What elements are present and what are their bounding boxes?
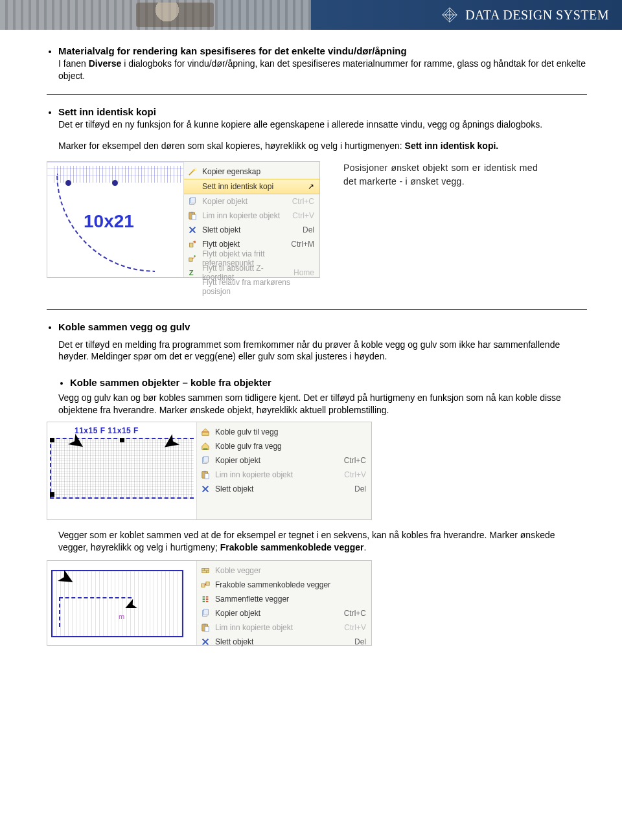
- context-menu-item: Lim inn kopierte objektCtrl+V: [197, 620, 371, 635]
- paste-icon: [200, 470, 211, 480]
- menu-item-label: Lim inn kopierte objekt: [215, 470, 335, 479]
- menu-item-label: Flytt objekt: [202, 240, 282, 249]
- cad-drawing: 11x15 F 11x15 F ➤ ➤: [47, 422, 197, 519]
- x-icon: [200, 637, 211, 647]
- door-size-label: 10x21: [84, 211, 134, 232]
- copy-icon: [200, 455, 211, 466]
- menu-item-shortcut: Ctrl+C: [287, 197, 314, 206]
- header-banner: DATA DESIGN SYSTEM: [0, 0, 622, 30]
- wall2-icon: [200, 580, 211, 590]
- context-menu-item[interactable]: Koble gulv til vegg: [197, 425, 371, 439]
- cad-drawing: 10x21: [47, 162, 184, 277]
- brand-text: DATA DESIGN SYSTEM: [465, 8, 609, 23]
- subsection: Koble sammen objekter – koble fra objekt…: [70, 377, 587, 388]
- context-menu[interactable]: Kopier egenskapSett inn identisk kopi↖Ko…: [184, 162, 319, 277]
- menu-item-label: Slett objekt: [215, 637, 345, 646]
- context-menu-item[interactable]: Frakoble sammenkoblede vegger: [197, 578, 371, 592]
- svg-rect-15: [203, 457, 208, 462]
- move-icon: [187, 239, 198, 249]
- menu-item-shortcut: Ctrl+V: [339, 470, 366, 479]
- svg-rect-11: [189, 258, 192, 261]
- svg-rect-8: [190, 211, 193, 213]
- cursor-icon: ↖: [308, 182, 314, 191]
- m-label: m: [119, 613, 124, 620]
- context-menu-item[interactable]: Slett objektDel: [184, 223, 319, 237]
- svg-rect-26: [205, 626, 209, 631]
- context-menu-item[interactable]: Koble gulv fra vegg: [197, 439, 371, 453]
- blank-icon: [187, 282, 198, 292]
- brand-logo-icon: [441, 6, 459, 24]
- context-menu-item[interactable]: Kopier egenskap: [184, 165, 319, 179]
- section-body: Marker for eksempel den døren som skal k…: [58, 140, 587, 152]
- x-icon: [200, 484, 211, 494]
- x-icon: [187, 225, 198, 235]
- section-body: Det er tilføyd en ny funksjon for å kunn…: [58, 119, 587, 131]
- context-menu[interactable]: Koble gulv til veggKoble gulv fra veggKo…: [197, 422, 371, 519]
- section-materialvalg: Materialvalg for rendering kan spesifise…: [58, 45, 587, 95]
- page-content: Materialvalg for rendering kan spesifise…: [0, 30, 622, 678]
- paste-icon: [200, 622, 211, 633]
- cad-drawing: ➤ ➤ m: [47, 561, 197, 645]
- text: i dialogboks for vindu/dør/åpning, kan d…: [58, 58, 586, 81]
- svg-point-4: [193, 168, 196, 171]
- figure-caption: Posisjoner ønsket objekt som er identisk…: [343, 161, 538, 188]
- menu-item-label: Koble vegger: [215, 566, 366, 575]
- subsection-title: Koble sammen objekter – koble fra objekt…: [70, 377, 587, 388]
- text-bold: Diverse: [89, 58, 122, 69]
- figure-row: 10x21 Kopier egenskapSett inn identisk k…: [47, 161, 587, 278]
- menu-item-shortcut: Ctrl+V: [287, 211, 314, 220]
- menu-item-shortcut: Del: [349, 637, 366, 646]
- text: I fanen: [58, 58, 89, 69]
- context-menu-item: Lim inn kopierte objektCtrl+V: [184, 209, 319, 223]
- context-menu-item[interactable]: Kopier objektCtrl+C: [197, 606, 371, 620]
- blank-icon: [187, 181, 198, 192]
- context-menu-item[interactable]: Kopier objektCtrl+C: [197, 453, 371, 468]
- handle-square: [50, 492, 54, 497]
- section-body: Det er tilføyd en melding fra programmet…: [58, 339, 587, 363]
- context-menu[interactable]: Koble veggerFrakoble sammenkoblede vegge…: [197, 561, 371, 645]
- context-menu-item: Koble vegger: [197, 563, 371, 578]
- figure-frakoble-vegger: ➤ ➤ m Koble veggerFrakoble sammenkoblede…: [47, 560, 372, 646]
- copy-icon: [187, 196, 198, 207]
- svg-rect-21: [206, 582, 209, 585]
- context-menu-item[interactable]: Slett objektDel: [197, 635, 371, 649]
- text-bold: Sett inn identisk kopi.: [405, 141, 499, 151]
- divider: [47, 309, 587, 310]
- house-icon: [200, 427, 211, 437]
- menu-item-label: Slett objekt: [202, 225, 294, 234]
- text-bold: Frakoble sammenkoblede vegger: [220, 542, 364, 552]
- figure-identisk-kopi: 10x21 Kopier egenskapSett inn identisk k…: [47, 161, 320, 278]
- menu-item-label: Kopier egenskap: [202, 167, 314, 176]
- svg-rect-6: [190, 197, 195, 203]
- menu-item-label: Kopier objekt: [215, 456, 335, 465]
- menu-item-label: Sammenflette vegger: [215, 595, 366, 604]
- menu-item-label: Kopier objekt: [215, 609, 335, 618]
- context-menu-item[interactable]: Sammenflette vegger: [197, 592, 371, 606]
- merge-icon: [200, 594, 211, 604]
- context-menu-item[interactable]: Sett inn identisk kopi↖: [184, 179, 319, 194]
- menu-item-label: Koble gulv fra vegg: [215, 442, 366, 451]
- menu-item-label: Flytt relativ fra markørens posisjon: [202, 278, 314, 296]
- copy-icon: [200, 608, 211, 619]
- figure-koble-gulv: 11x15 F 11x15 F ➤ ➤ Koble gulv til veggK…: [47, 422, 372, 520]
- section-sett-inn-identisk: Sett inn identisk kopi Det er tilføyd en…: [58, 106, 587, 310]
- house2-icon: [200, 441, 211, 451]
- svg-rect-17: [203, 471, 206, 473]
- banner-photo: [0, 0, 311, 30]
- menu-item-label: Koble gulv til vegg: [215, 427, 366, 437]
- svg-text:Z: Z: [189, 269, 194, 277]
- menu-item-label: Lim inn kopierte objekt: [202, 211, 283, 220]
- section-koble-sammen: Koble sammen vegg og gulv Det er tilføyd…: [58, 321, 587, 646]
- context-menu-item[interactable]: Slett objektDel: [197, 482, 371, 496]
- menu-item-shortcut: Del: [297, 225, 314, 234]
- svg-rect-25: [203, 624, 206, 626]
- section-title: Sett inn identisk kopi: [58, 106, 587, 117]
- menu-item-label: Sett inn identisk kopi: [202, 182, 306, 191]
- text: Marker for eksempel den døren som skal k…: [58, 141, 405, 151]
- paste-icon: [187, 210, 198, 221]
- menu-item-shortcut: Home: [288, 268, 314, 277]
- menu-item-label: Slett objekt: [215, 484, 345, 494]
- svg-rect-9: [192, 214, 196, 220]
- handle-square: [50, 438, 54, 442]
- menu-item-label: Lim inn kopierte objekt: [215, 623, 335, 632]
